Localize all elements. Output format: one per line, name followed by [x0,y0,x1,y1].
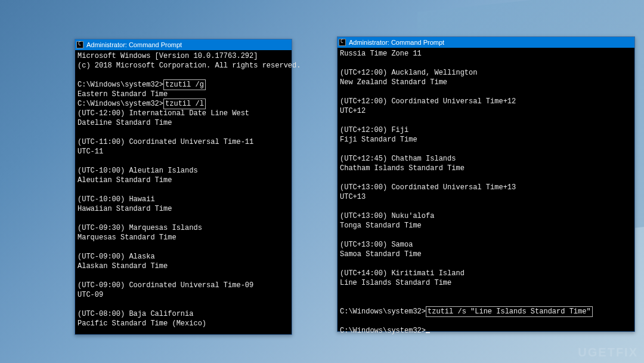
terminal-line: (UTC+12:00) Auckland, Wellington [340,68,632,78]
terminal-line: (UTC-09:00) Coordinated Universal Time-0… [78,281,289,290]
titlebar[interactable]: Administrator: Command Prompt [338,37,634,48]
terminal-line [78,70,289,80]
terminal-line [78,300,289,309]
terminal-line: Alaskan Standard Time [78,262,289,271]
terminal-line: (UTC+13:00) Nuku'alofa [340,211,632,221]
terminal-line: (UTC-10:00) Aleutian Islands [78,166,289,176]
terminal-line: (UTC+13:00) Samoa [340,240,632,250]
terminal-line: (UTC+13:00) Coordinated Universal Time+1… [340,183,632,192]
terminal-line [78,214,289,223]
terminal-line [340,259,632,269]
terminal-line [78,128,289,137]
terminal-line [340,230,632,240]
terminal-line: (UTC+12:45) Chatham Islands [340,154,632,164]
terminal-line: Line Islands Standard Time [340,278,632,288]
window-title: Administrator: Command Prompt [86,41,182,48]
terminal-line: C:\Windows\system32>tzutil /g [78,80,289,90]
watermark: UGETFIX [578,346,638,359]
terminal-line: Chatham Islands Standard Time [340,164,632,173]
terminal-line: UTC+12 [340,106,632,116]
terminal-line: (c) 2018 Microsoft Corporation. All righ… [78,61,289,70]
cmd-window-right[interactable]: Administrator: Command Prompt Russia Tim… [337,36,635,332]
terminal-line: Dateline Standard Time [78,118,289,128]
prompt: C:\Windows\system32> [340,307,426,316]
terminal-line: (UTC+12:00) Fiji [340,125,632,135]
terminal-line: UTC+13 [340,192,632,202]
command: tzutil /s "Line Islands Standard Time" [426,306,593,317]
terminal-line: Hawaiian Standard Time [78,204,289,214]
terminal-line: Aleutian Standard Time [78,176,289,185]
terminal-line: C:\Windows\system32> [340,326,632,336]
terminal-line [340,87,632,97]
terminal-line [340,297,632,307]
prompt: C:\Windows\system32> [78,100,163,108]
terminal-line: (UTC-11:00) Coordinated Universal Time-1… [78,137,289,147]
window-title: Administrator: Command Prompt [349,39,444,46]
terminal-line [78,271,289,281]
terminal-line: Pacific Standard Time (Mexico) [78,319,289,328]
terminal-line: Samoa Standard Time [340,250,632,259]
terminal-line: (UTC-09:30) Marquesas Islands [78,223,289,233]
terminal-line: New Zealand Standard Time [340,78,632,87]
terminal-output-right[interactable]: Russia Time Zone 11 (UTC+12:00) Auckland… [338,48,634,337]
titlebar[interactable]: Administrator: Command Prompt [75,39,292,50]
terminal-line: C:\Windows\system32>tzutil /l [78,99,289,109]
terminal-line: Marquesas Standard Time [78,233,289,242]
terminal-output-left[interactable]: Microsoft Windows [Version 10.0.17763.29… [75,50,292,330]
cmd-icon [339,39,346,46]
terminal-line [340,288,632,297]
terminal-line [340,202,632,211]
terminal-line: (UTC-09:00) Alaska [78,252,289,262]
terminal-line: C:\Windows\system32>tzutil /s "Line Isla… [340,307,632,316]
terminal-line [78,185,289,195]
prompt: C:\Windows\system32> [78,81,163,89]
terminal-line [340,144,632,154]
terminal-line: Eastern Standard Time [78,90,289,99]
command: tzutil /l [163,99,206,109]
terminal-line: (UTC-12:00) International Date Line West [78,109,289,118]
terminal-line [340,316,632,326]
terminal-line [340,116,632,125]
cmd-icon [76,41,83,48]
terminal-line: (UTC-08:00) Baja California [78,309,289,319]
terminal-line [78,156,289,166]
terminal-line: Russia Time Zone 11 [340,49,632,59]
terminal-line [340,59,632,68]
terminal-line: (UTC+12:00) Coordinated Universal Time+1… [340,97,632,106]
prompt: C:\Windows\system32> [340,327,426,335]
terminal-line: Fiji Standard Time [340,135,632,144]
terminal-line: Tonga Standard Time [340,221,632,230]
terminal-line: UTC-11 [78,147,289,156]
terminal-line: Microsoft Windows [Version 10.0.17763.29… [78,51,289,61]
terminal-line: (UTC-10:00) Hawaii [78,195,289,204]
terminal-line: (UTC+14:00) Kiritimati Island [340,269,632,278]
command: tzutil /g [163,79,206,90]
cursor [426,332,430,333]
terminal-line [78,242,289,252]
terminal-line [340,173,632,183]
terminal-line: UTC-09 [78,290,289,300]
cmd-window-left[interactable]: Administrator: Command Prompt Microsoft … [75,39,292,335]
